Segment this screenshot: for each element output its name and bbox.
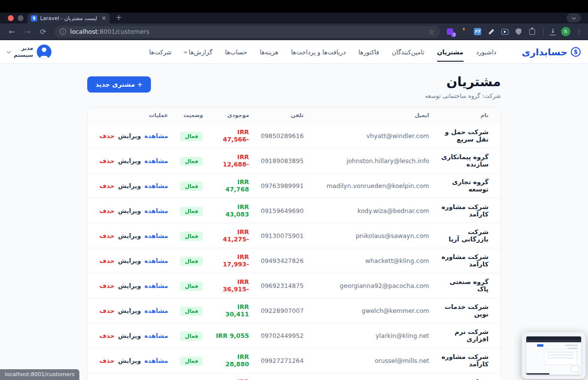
- customer-name: گروه صنعتی پاک: [435, 273, 500, 298]
- customer-status-cell: فعال: [174, 323, 209, 348]
- tab-favicon-icon: $: [31, 15, 37, 22]
- delete-link[interactable]: حذف: [99, 232, 115, 239]
- customer-email: orussel@mills.net: [310, 348, 435, 373]
- view-link[interactable]: مشاهده: [145, 207, 168, 214]
- forward-button[interactable]: →: [22, 27, 33, 36]
- edit-link[interactable]: ویرایش: [118, 182, 141, 190]
- nav-item[interactable]: مشتریان: [437, 42, 463, 62]
- extension-ft-icon[interactable]: FT: [473, 27, 482, 36]
- table-row: شرکت مشاوره کارآمد kody.wiza@bednar.com …: [88, 198, 500, 223]
- delete-link[interactable]: حذف: [99, 332, 115, 339]
- reload-button[interactable]: ⟳: [37, 27, 49, 36]
- delete-link[interactable]: حذف: [99, 257, 115, 264]
- edit-link[interactable]: ویرایش: [118, 207, 141, 214]
- delete-link[interactable]: حذف: [99, 182, 115, 190]
- close-window-button[interactable]: [8, 15, 14, 21]
- edit-link[interactable]: ویرایش: [118, 132, 141, 140]
- customer-status-cell: فعال: [174, 248, 209, 273]
- customer-status-cell: فعال: [174, 273, 209, 298]
- view-link[interactable]: مشاهده: [145, 132, 168, 140]
- customer-phone: 09159649690: [255, 198, 309, 223]
- status-badge: فعال: [180, 207, 203, 216]
- customer-status-cell: فعال: [174, 173, 209, 198]
- profile-avatar[interactable]: h: [561, 27, 570, 36]
- customer-balance: IRR 47,566-: [209, 123, 255, 148]
- extensions-row: 3 ❜ FT ↓ h ⋮: [446, 27, 582, 36]
- user-name: مدیرسیستم: [14, 45, 33, 59]
- nav-item[interactable]: گزارش‌ها: [184, 42, 212, 62]
- delete-link[interactable]: حذف: [99, 307, 115, 314]
- edit-link[interactable]: ویرایش: [118, 282, 141, 289]
- site-info-icon[interactable]: i: [60, 28, 66, 35]
- view-link[interactable]: مشاهده: [145, 157, 168, 165]
- view-link[interactable]: مشاهده: [145, 232, 168, 239]
- back-button[interactable]: ←: [6, 27, 18, 36]
- nav-item[interactable]: داشبورد: [476, 42, 496, 62]
- delete-link[interactable]: حذف: [99, 132, 115, 140]
- url-host: localhost: [70, 28, 98, 35]
- extension-pen-icon[interactable]: [487, 27, 495, 36]
- customer-status-cell: فعال: [174, 298, 209, 323]
- address-bar[interactable]: i localhost:8001/customers ☆: [55, 26, 440, 38]
- customer-phone: 09189083895: [255, 148, 309, 173]
- new-tab-button[interactable]: +: [116, 13, 122, 22]
- status-badge: فعال: [180, 282, 203, 291]
- delete-link[interactable]: حذف: [99, 357, 115, 364]
- tab-close-icon[interactable]: ×: [101, 15, 106, 21]
- table-row: شرکت حمل و نقل سریع vhyatt@windler.com 0…: [88, 123, 500, 148]
- nav-item-label: گزارش‌ها: [189, 48, 212, 56]
- new-customer-button[interactable]: + مشتری جدید: [87, 76, 151, 93]
- view-link[interactable]: مشاهده: [145, 307, 168, 314]
- nav-item[interactable]: دریافت‌ها و پرداخت‌ها: [291, 42, 345, 62]
- view-link[interactable]: مشاهده: [145, 182, 168, 190]
- extension-shield-icon[interactable]: [514, 27, 523, 36]
- minimize-window-button[interactable]: [18, 15, 24, 21]
- delete-link[interactable]: حذف: [99, 207, 115, 214]
- downloads-icon[interactable]: ↓: [550, 28, 556, 35]
- toolbar-divider: [543, 28, 543, 36]
- view-link[interactable]: مشاهده: [145, 282, 168, 289]
- edit-link[interactable]: ویرایش: [118, 232, 141, 239]
- customer-name: شرکت مشاوره کارآمد: [435, 248, 500, 273]
- page-header: مشتریان شرکت: گروه ساختمانی توسعه + مشتر…: [87, 74, 501, 99]
- nav-item[interactable]: شرکت‌ها: [149, 42, 172, 62]
- delete-link[interactable]: حذف: [99, 282, 115, 289]
- table-row: شرکت مشاوره کارآمد whackett@kling.com 09…: [88, 248, 500, 273]
- nav-item[interactable]: فاکتورها: [358, 42, 379, 62]
- nav-item-label: فاکتورها: [358, 48, 379, 56]
- chevron-down-icon: [184, 50, 187, 53]
- app-logo[interactable]: $ حسابداری: [522, 47, 581, 57]
- edit-link[interactable]: ویرایش: [118, 332, 141, 339]
- nav-item[interactable]: حساب‌ها: [225, 42, 247, 62]
- customer-name: شرکت بازرگانی آریا: [435, 223, 500, 248]
- edit-link[interactable]: ویرایش: [118, 307, 141, 314]
- table-header-row: نام ایمیل تلفن موجودی وضعیت عملیات: [88, 108, 500, 123]
- url-path: :8001/customers: [98, 28, 149, 35]
- browser-menu-icon[interactable]: ⋮: [576, 28, 582, 35]
- tab-strip-chevron-button[interactable]: [566, 13, 581, 23]
- nav-item-label: داشبورد: [476, 48, 496, 56]
- view-link[interactable]: مشاهده: [145, 257, 168, 264]
- edit-link[interactable]: ویرایش: [118, 357, 141, 364]
- url-text[interactable]: localhost:8001/customers: [70, 28, 149, 35]
- browser-tab[interactable]: $ لیست مشتریان - Laravel ×: [27, 13, 110, 24]
- bookmark-star-icon[interactable]: ☆: [428, 28, 434, 36]
- user-menu[interactable]: مدیرسیستم: [7, 45, 51, 59]
- nav-item[interactable]: هزینه‌ها: [260, 42, 278, 62]
- screenshot-thumbnail[interactable]: [522, 332, 586, 379]
- view-link[interactable]: مشاهده: [145, 332, 168, 339]
- main-content: مشتریان شرکت: گروه ساختمانی توسعه + مشتر…: [87, 64, 501, 380]
- thumbnail-window-preview: [526, 336, 581, 375]
- extension-cube-icon[interactable]: 3: [446, 27, 454, 36]
- edit-link[interactable]: ویرایش: [118, 157, 141, 165]
- customer-name: شرکت نرم افزاری: [435, 323, 500, 348]
- extension-camera-icon[interactable]: [501, 27, 509, 36]
- delete-link[interactable]: حذف: [99, 157, 115, 165]
- extensions-puzzle-icon[interactable]: [528, 27, 537, 36]
- table-row: شرکت خدمات نوین gwelch@kemmer.com 092289…: [88, 298, 500, 323]
- customer-name: شرکت مشاوره کارآمد: [435, 198, 500, 223]
- view-link[interactable]: مشاهده: [145, 357, 168, 364]
- extension-comma-icon[interactable]: ❜: [460, 27, 468, 36]
- nav-item[interactable]: تامین‌کنندگان: [392, 42, 424, 62]
- edit-link[interactable]: ویرایش: [118, 257, 141, 264]
